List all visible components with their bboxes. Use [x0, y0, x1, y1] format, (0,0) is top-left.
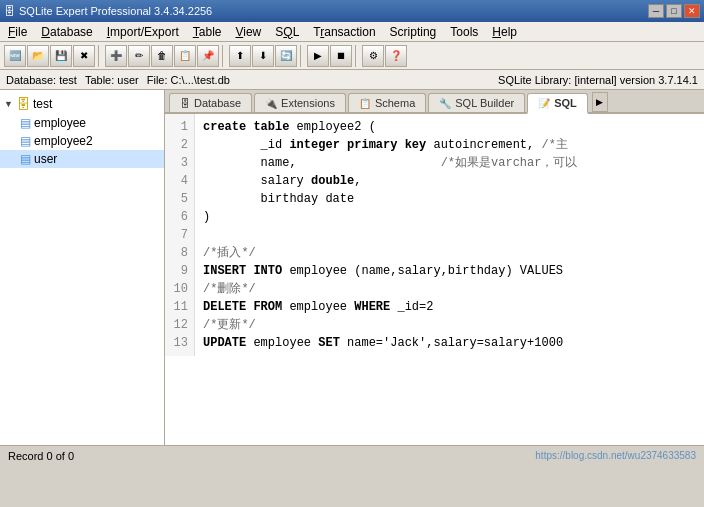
tb-run[interactable]: ▶ [307, 45, 329, 67]
table-label: Table: user [85, 74, 139, 86]
table-icon-employee: ▤ [20, 116, 31, 130]
ln-5: 5 [171, 190, 188, 208]
menu-file[interactable]: File [2, 23, 33, 41]
tb-settings[interactable]: ⚙ [362, 45, 384, 67]
ln-13: 13 [171, 334, 188, 352]
line-content: 1 2 3 4 5 6 7 8 9 10 11 12 13 create tab… [165, 114, 704, 356]
menu-bar: File Database Import/Export Table View S… [0, 22, 704, 42]
tab-db-label: Database [194, 97, 241, 109]
library-label: SQLite Library: [internal] version 3.7.1… [498, 74, 698, 86]
main-content: ▼ 🗄 test ▤ employee ▤ employee2 ▤ user 🗄… [0, 90, 704, 445]
toolbar-sep-3 [300, 45, 304, 67]
menu-view[interactable]: View [229, 23, 267, 41]
ln-2: 2 [171, 136, 188, 154]
right-panel: 🗄 Database 🔌 Extensions 📋 Schema 🔧 SQL B… [165, 90, 704, 445]
bottom-bar: Record 0 of 0 https://blog.csdn.net/wu23… [0, 445, 704, 465]
table-icon-user: ▤ [20, 152, 31, 166]
tb-down[interactable]: ⬇ [252, 45, 274, 67]
toolbar-sep-2 [222, 45, 226, 67]
tabs-bar: 🗄 Database 🔌 Extensions 📋 Schema 🔧 SQL B… [165, 90, 704, 114]
tab-schema-icon: 📋 [359, 98, 371, 109]
tb-copy[interactable]: 📋 [174, 45, 196, 67]
tb-del[interactable]: 🗑 [151, 45, 173, 67]
tab-extensions[interactable]: 🔌 Extensions [254, 93, 346, 112]
tab-sql-builder[interactable]: 🔧 SQL Builder [428, 93, 525, 112]
table-icon-employee2: ▤ [20, 134, 31, 148]
tree-root-test[interactable]: ▼ 🗄 test [0, 94, 164, 114]
tb-save[interactable]: 💾 [50, 45, 72, 67]
menu-sql[interactable]: SQL [269, 23, 305, 41]
watermark: https://blog.csdn.net/wu2374633583 [535, 450, 696, 461]
tree-item-user[interactable]: ▤ user [0, 150, 164, 168]
tab-sql-label: SQL [554, 97, 577, 109]
tab-db-icon: 🗄 [180, 98, 190, 109]
tab-sql[interactable]: 📝 SQL [527, 93, 588, 114]
close-button[interactable]: ✕ [684, 4, 700, 18]
ln-11: 11 [171, 298, 188, 316]
line-numbers: 1 2 3 4 5 6 7 8 9 10 11 12 13 [165, 114, 195, 356]
maximize-button[interactable]: □ [666, 4, 682, 18]
tb-close[interactable]: ✖ [73, 45, 95, 67]
tree-panel: ▼ 🗄 test ▤ employee ▤ employee2 ▤ user [0, 90, 165, 445]
ln-10: 10 [171, 280, 188, 298]
app-title: SQLite Expert Professional 3.4.34.2256 [19, 5, 212, 17]
menu-help[interactable]: Help [486, 23, 523, 41]
tab-ext-label: Extensions [281, 97, 335, 109]
tb-refresh[interactable]: 🔄 [275, 45, 297, 67]
menu-scripting[interactable]: Scripting [384, 23, 443, 41]
tb-open[interactable]: 📂 [27, 45, 49, 67]
sql-editor[interactable]: 1 2 3 4 5 6 7 8 9 10 11 12 13 create tab… [165, 114, 704, 445]
menu-import-export[interactable]: Import/Export [101, 23, 185, 41]
app-icon: 🗄 [4, 5, 15, 17]
tab-schema[interactable]: 📋 Schema [348, 93, 426, 112]
tb-add[interactable]: ➕ [105, 45, 127, 67]
ln-4: 4 [171, 172, 188, 190]
tree-item-label: employee2 [34, 134, 93, 148]
toolbar: 🆕 📂 💾 ✖ ➕ ✏ 🗑 📋 📌 ⬆ ⬇ 🔄 ▶ ⏹ ⚙ ❓ [0, 42, 704, 70]
minimize-button[interactable]: ─ [648, 4, 664, 18]
tb-new[interactable]: 🆕 [4, 45, 26, 67]
menu-tools[interactable]: Tools [444, 23, 484, 41]
sql-code[interactable]: create table employee2 ( _id integer pri… [195, 114, 585, 356]
tab-builder-icon: 🔧 [439, 98, 451, 109]
tb-paste[interactable]: 📌 [197, 45, 219, 67]
menu-database[interactable]: Database [35, 23, 98, 41]
tree-item-employee[interactable]: ▤ employee [0, 114, 164, 132]
ln-8: 8 [171, 244, 188, 262]
menu-table[interactable]: Table [187, 23, 228, 41]
tab-schema-label: Schema [375, 97, 415, 109]
tab-ext-icon: 🔌 [265, 98, 277, 109]
ln-9: 9 [171, 262, 188, 280]
tab-sql-icon: 📝 [538, 98, 550, 109]
tb-edit[interactable]: ✏ [128, 45, 150, 67]
toolbar-sep-4 [355, 45, 359, 67]
file-label: File: C:\...\test.db [147, 74, 230, 86]
ln-7: 7 [171, 226, 188, 244]
menu-transaction[interactable]: Transaction [307, 23, 381, 41]
toolbar-sep-1 [98, 45, 102, 67]
tab-builder-label: SQL Builder [455, 97, 514, 109]
record-count: Record 0 of 0 [8, 450, 74, 462]
tab-database[interactable]: 🗄 Database [169, 93, 252, 112]
ln-3: 3 [171, 154, 188, 172]
ln-12: 12 [171, 316, 188, 334]
tree-item-employee2[interactable]: ▤ employee2 [0, 132, 164, 150]
tb-up[interactable]: ⬆ [229, 45, 251, 67]
tb-stop[interactable]: ⏹ [330, 45, 352, 67]
db-label: Database: test [6, 74, 77, 86]
tree-item-label: employee [34, 116, 86, 130]
title-bar: 🗄 SQLite Expert Professional 3.4.34.2256… [0, 0, 704, 22]
status-info-bar: Database: test Table: user File: C:\...\… [0, 70, 704, 90]
tree-root-label: test [33, 97, 52, 111]
title-text: 🗄 SQLite Expert Professional 3.4.34.2256 [4, 5, 212, 17]
db-icon: 🗄 [16, 96, 30, 112]
expand-icon: ▼ [4, 99, 13, 109]
tab-nav-right[interactable]: ▶ [592, 92, 608, 112]
tb-help[interactable]: ❓ [385, 45, 407, 67]
title-controls: ─ □ ✕ [648, 4, 700, 18]
ln-6: 6 [171, 208, 188, 226]
ln-1: 1 [171, 118, 188, 136]
tree-item-label: user [34, 152, 57, 166]
